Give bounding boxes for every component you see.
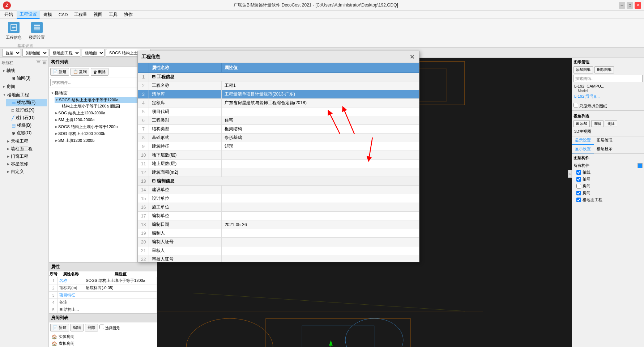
row-contractor[interactable]: 16 施工单位 [138, 203, 419, 212]
row-floor-area[interactable]: 12 建筑面积(m2) [138, 168, 419, 177]
row-arch-feature[interactable]: 9 建筑特征 矩形 [138, 142, 419, 151]
nav-decor[interactable]: ⊕ 点缀(O) [6, 129, 47, 137]
delete-view-button[interactable]: 删除 [605, 120, 617, 127]
nav-custom[interactable]: ▶ 自定义 [1, 168, 47, 175]
left-nav-panel: 导航栏 ☰ ⊞ ▶ 轴线 ⊞ 轴网(J) [0, 58, 49, 347]
drawing-subitem-model[interactable]: Model [573, 89, 643, 93]
display-section-content: 图层构件 所有构件 轴线 轴网 房间 [572, 154, 644, 205]
new-component-button[interactable]: 📄 新建 [50, 68, 69, 76]
minimize-button[interactable]: ─ [619, 2, 625, 9]
edit-room-button[interactable]: 编辑 [71, 324, 84, 331]
nav-floor-finish[interactable]: ▭ 楼地面(F) [6, 99, 47, 106]
tab-display-settings[interactable]: 显示设置 [572, 136, 594, 145]
row-reviewer-id[interactable]: 22 审核人证号 [138, 255, 419, 262]
props-col-value: 属性值 [84, 271, 157, 277]
row-structure-type[interactable]: 7 结构类型 框架结构 [138, 125, 419, 134]
room-item-real[interactable]: 🏠 实体房间 [49, 333, 157, 340]
row-project-category[interactable]: 6 工程类别 住宅 [138, 116, 419, 125]
virtual-room-icon: 🏠 [52, 341, 57, 346]
nav-list-icon[interactable]: ☰ [36, 60, 41, 65]
project-info-table: 属性名称 属性值 1 ⊟ 工程信息 2 工程名称 工程1 3 [138, 63, 419, 262]
row-compiler-id[interactable]: 20 编制人证号 [138, 238, 419, 246]
nav-border-line[interactable]: □ 波打线(X) [6, 106, 47, 114]
row-project-info-section: 1 ⊟ 工程信息 [138, 73, 419, 81]
copy-component-button[interactable]: 📋 复制 [71, 68, 89, 76]
nav-ceiling[interactable]: ▶ 天棱工程 [1, 137, 47, 145]
menu-modeling[interactable]: 建模 [40, 11, 55, 18]
nav-doors-windows[interactable]: ▶ 门窗工程 [1, 153, 47, 160]
row-project-name[interactable]: 2 工程名称 工程1 [138, 81, 419, 90]
delete-drawing-button[interactable]: 删除图纸 [594, 66, 614, 73]
nav-room-header[interactable]: ▶ 房间 [1, 83, 47, 90]
menu-collaborate[interactable]: 协作 [121, 11, 136, 18]
nav-wall[interactable]: ▶ 墙柱面工程 [1, 145, 47, 153]
new-room-icon: 📄 [53, 325, 58, 330]
drawing-item-l192-guide[interactable]: L-192(导号)(... [573, 93, 643, 100]
floor-eng-checkbox[interactable] [576, 198, 581, 202]
maximize-button[interactable]: □ [627, 2, 633, 9]
edit-view-button[interactable]: 编辑 [591, 120, 604, 127]
split-drawing-checkbox[interactable]: 只显示拆分图纸 [573, 104, 607, 108]
project-info-button[interactable]: 工程信息 [3, 20, 25, 42]
all-components-toggle[interactable] [637, 163, 643, 168]
add-view-button[interactable]: ⊞ 添加 [573, 120, 590, 127]
sogs1200a-label: SOGS 结构上土壤小于等于1200a [59, 97, 118, 103]
default-3d-view[interactable]: 3D主视图 [573, 128, 643, 135]
area-select[interactable]: (楼地面) [22, 49, 48, 57]
row-compile-date[interactable]: 18 编制日期 2021-05-26 [138, 220, 419, 229]
menu-quantities[interactable]: 工程量 [71, 11, 90, 18]
grid-checkbox[interactable] [576, 177, 581, 182]
menu-project-settings[interactable]: 工程设置 [17, 10, 40, 19]
delete-room-button[interactable]: 删除 [85, 324, 98, 331]
floor-select[interactable]: 首层 [2, 49, 21, 57]
subtab-display[interactable]: 显示设置 [572, 145, 594, 153]
close-button[interactable]: ✕ [635, 2, 641, 9]
expand-icon: ▶ [3, 69, 5, 72]
add-drawing-button[interactable]: 添加图纸 [573, 66, 593, 73]
room2-checkbox[interactable] [576, 191, 581, 195]
nav-floor-header[interactable]: ▼ 楼地面工程 [1, 91, 47, 99]
floor-settings-button[interactable]: 楼层设置 [26, 20, 48, 42]
row-project-code[interactable]: 5 项目代码 [138, 107, 419, 116]
drawing-search-input[interactable] [573, 75, 643, 82]
menu-tools[interactable]: 工具 [106, 11, 120, 18]
tab-layer-mgmt[interactable]: 图层管理 [594, 136, 615, 145]
select-elements-checkbox[interactable]: 选择图元 [99, 325, 120, 331]
row-compile-unit[interactable]: 17 编制单位 [138, 212, 419, 220]
axes-checkbox[interactable] [576, 170, 581, 175]
row-above-floors[interactable]: 11 地上层数(层) [138, 160, 419, 168]
row-design-unit[interactable]: 15 设计单位 [138, 194, 419, 203]
nav-misc-decor[interactable]: ▶ 零星装修 [1, 160, 47, 168]
nav-door-stone[interactable]: ╱ 过门石(D) [6, 114, 47, 122]
drawing-item-l192[interactable]: L-192_CAMPU... [573, 84, 643, 89]
nav-stair[interactable]: ▤ 楼梯(B) [6, 122, 47, 129]
surface-select[interactable]: 楼地面 [82, 49, 105, 57]
door-icon: ╱ [12, 115, 14, 120]
row-reviewer[interactable]: 21 审核人 [138, 246, 419, 255]
nav-floor-children: ▭ 楼地面(F) □ 波打线(X) ╱ 过门石(D) ▤ 楼梯(B) [1, 99, 47, 137]
nav-grid-network[interactable]: ⊞ 轴网(J) [6, 75, 47, 82]
row-bill-library[interactable]: 3 清单库 工程量清单项目计量规范(2013-广东) [138, 90, 419, 99]
menu-cad[interactable]: CAD [56, 12, 71, 18]
delete-component-button[interactable]: 🗑 删除 [91, 68, 108, 76]
room1-checkbox[interactable] [576, 184, 581, 189]
project-select[interactable]: 楼地面工程 [50, 49, 80, 57]
component-search-input[interactable] [50, 79, 145, 86]
virtual-room-label: 虚拟房间 [59, 341, 74, 346]
sm2000a-label: SM 土填1200-2000a [58, 117, 94, 123]
modal-close-button[interactable]: ✕ [408, 53, 415, 60]
menu-start[interactable]: 开始 [1, 11, 16, 18]
new-room-button[interactable]: 📄 新建 [50, 324, 69, 331]
nav-axes-header[interactable]: ▶ 轴线 [1, 67, 47, 75]
project-info-modal[interactable]: 工程信息 ✕ 属性名称 属性值 1 ⊟ 工程信息 [137, 51, 419, 262]
row-compiler[interactable]: 19 编制人 [138, 229, 419, 238]
nav-grid-icon[interactable]: ⊞ [42, 60, 47, 65]
subtab-floor[interactable]: 楼层显示 [594, 145, 615, 153]
row-quota-library[interactable]: 4 定额库 广东省房屋建筑与装饰工程综合定额(2018) [138, 99, 419, 107]
row-foundation[interactable]: 8 基础形式 条形基础 [138, 134, 419, 142]
menu-view[interactable]: 视图 [91, 11, 105, 18]
collapse-right-panel[interactable]: ‹ [568, 170, 572, 178]
row-underground-floors[interactable]: 10 地下层数(层) [138, 151, 419, 160]
row-construction-unit[interactable]: 14 建设单位 [138, 186, 419, 194]
room-item-virtual[interactable]: 🏠 虚拟房间 [49, 340, 157, 347]
